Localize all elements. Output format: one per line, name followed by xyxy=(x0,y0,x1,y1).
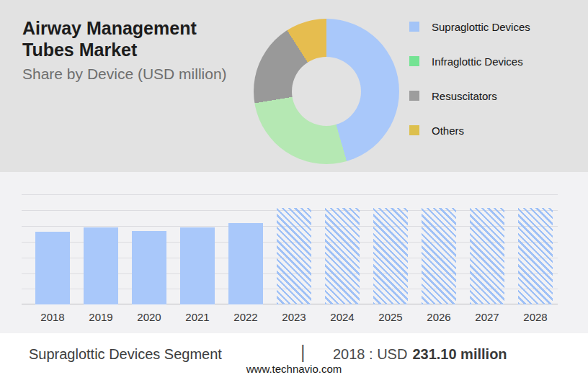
forecast-bar-2025 xyxy=(373,208,408,305)
value-prefix: 2018 : USD xyxy=(333,346,407,362)
historic-bar-2021 xyxy=(180,227,215,304)
x-axis-label: 2022 xyxy=(222,311,270,323)
legend-item: Supraglottic Devices xyxy=(409,9,530,44)
x-axis-label: 2025 xyxy=(367,311,414,323)
legend-item: Resuscitators xyxy=(409,78,530,113)
legend-swatch-icon xyxy=(409,22,419,32)
forecast-bar-2026 xyxy=(422,208,456,305)
chart-legend: Supraglottic DevicesInfraglottic Devices… xyxy=(409,9,530,148)
page-title: Airway Management Tubes Market xyxy=(22,17,253,60)
historic-bar-2018 xyxy=(35,232,70,304)
gridline xyxy=(22,194,558,195)
footer-bar: Supraglottic Devices Segment | 2018 : US… xyxy=(0,333,588,380)
x-axis-label: 2026 xyxy=(415,311,463,323)
legend-swatch-icon xyxy=(409,56,419,66)
segment-label: Supraglottic Devices Segment xyxy=(29,346,222,363)
legend-label: Supraglottic Devices xyxy=(432,21,530,33)
x-axis-label: 2023 xyxy=(270,311,318,323)
header-panel: Airway Management Tubes Market Share by … xyxy=(0,0,588,172)
value-amount: 231.10 million xyxy=(412,346,507,362)
forecast-bar-2028 xyxy=(518,208,553,305)
x-axis-label: 2024 xyxy=(318,311,366,323)
bar-chart-panel: 2018201920202021202220232024202520262027… xyxy=(0,172,588,333)
x-axis-label: 2018 xyxy=(29,311,76,323)
legend-item: Others xyxy=(409,113,530,148)
historic-bar-2020 xyxy=(132,231,166,305)
legend-label: Others xyxy=(432,125,464,137)
historic-bar-2019 xyxy=(84,227,118,304)
donut-chart xyxy=(254,19,399,164)
historic-bar-2022 xyxy=(228,223,263,304)
page-subtitle: Share by Device (USD million) xyxy=(22,65,227,83)
legend-swatch-icon xyxy=(409,91,419,101)
forecast-bar-2024 xyxy=(325,208,360,305)
separator: | xyxy=(300,342,306,363)
forecast-bar-2027 xyxy=(470,208,504,305)
legend-label: Resuscitators xyxy=(432,90,497,102)
x-axis-label: 2019 xyxy=(77,311,125,323)
segment-value: 2018 : USD231.10 million xyxy=(333,346,507,363)
legend-label: Infraglottic Devices xyxy=(432,55,523,68)
x-axis-label: 2027 xyxy=(463,311,511,323)
legend-item: Infraglottic Devices xyxy=(409,44,530,78)
bar-chart-plot xyxy=(22,194,558,304)
donut-hole xyxy=(292,57,361,126)
legend-swatch-icon xyxy=(409,125,419,135)
infographic-canvas: Airway Management Tubes Market Share by … xyxy=(0,0,588,380)
x-axis-label: 2028 xyxy=(512,311,559,323)
x-axis-label: 2021 xyxy=(174,311,221,323)
website-url: www.technavio.com xyxy=(0,363,588,375)
x-axis-label: 2020 xyxy=(125,311,173,323)
forecast-bar-2023 xyxy=(277,208,311,305)
